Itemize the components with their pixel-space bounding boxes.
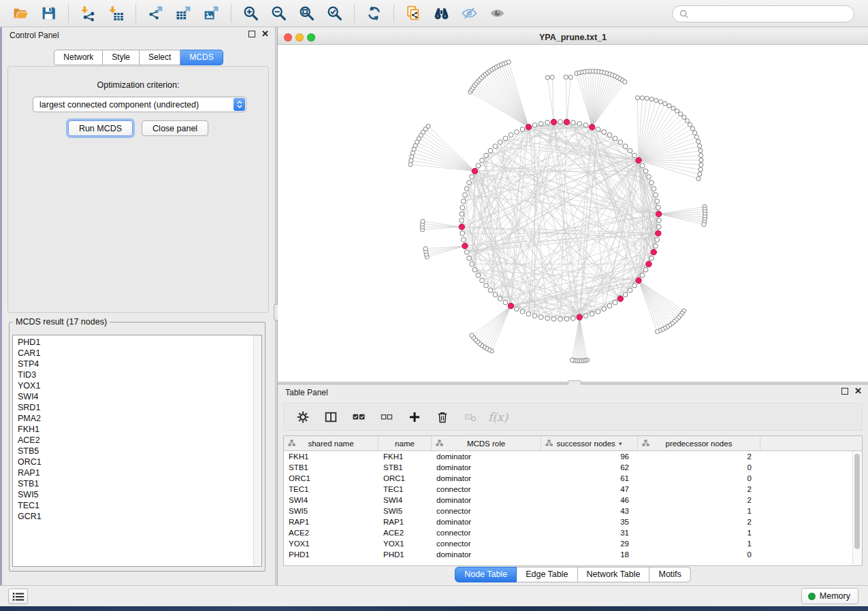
mcds-result-item[interactable]: YOX1 [18, 380, 261, 391]
import-network-button[interactable] [77, 3, 99, 24]
table-row[interactable]: YOX1YOX1connector291 [284, 538, 862, 549]
scrollbar-thumb[interactable] [854, 454, 860, 549]
export-network-button[interactable] [144, 3, 167, 24]
table-row[interactable]: FKH1FKH1dominator962 [284, 451, 862, 462]
mcds-result-item[interactable]: FKH1 [18, 424, 261, 435]
zoom-in-icon [242, 5, 259, 22]
table-row[interactable]: SWI5SWI5connector431 [284, 506, 862, 516]
cell-MCDS-role: dominator [432, 463, 541, 472]
table-row[interactable]: STB1STB1dominator620 [284, 462, 862, 473]
criterion-select[interactable]: largest connected component (undirected) [33, 97, 246, 112]
table-row[interactable]: ORC1ORC1dominator610 [284, 473, 862, 484]
column-header-shared-name[interactable]: shared name [284, 436, 379, 450]
memory-button[interactable]: Memory [801, 588, 858, 604]
table-panel: Table Panel ✕ f(x) shared namenameMCDS r… [278, 384, 868, 585]
tab-node-table[interactable]: Node Table [455, 567, 517, 582]
minimize-window-icon[interactable] [295, 33, 304, 42]
tab-network[interactable]: Network [54, 50, 103, 65]
table-row[interactable]: SWI4SWI4dominator462 [284, 495, 862, 506]
mcds-result-item[interactable]: TEC1 [18, 500, 261, 511]
mcds-result-item[interactable]: GCR1 [18, 511, 261, 522]
cell-predecessor-nodes: 2 [638, 518, 760, 526]
close-window-icon[interactable] [284, 33, 292, 42]
network-canvas[interactable] [278, 45, 868, 382]
search-input[interactable] [692, 7, 854, 21]
run-mcds-button[interactable]: Run MCDS [68, 120, 133, 136]
tab-mcds[interactable]: MCDS [180, 50, 223, 65]
mcds-result-item[interactable]: STP4 [18, 359, 261, 369]
export-table-button[interactable] [172, 3, 195, 24]
mcds-result-item[interactable]: TID3 [18, 369, 261, 380]
search-binoculars-icon [433, 5, 450, 22]
search-binoculars-button[interactable] [430, 3, 453, 24]
mcds-result-item[interactable]: ORC1 [18, 457, 261, 467]
close-panel-icon[interactable]: ✕ [261, 31, 269, 37]
add-row-button[interactable] [406, 408, 423, 425]
tab-select[interactable]: Select [140, 50, 180, 65]
mcds-result-item[interactable]: CAR1 [18, 348, 261, 359]
mcds-result-item[interactable]: SWI4 [18, 391, 261, 402]
cell-predecessor-nodes: 0 [638, 463, 760, 472]
mcds-result-item[interactable]: ACE2 [18, 435, 261, 446]
select-all-button[interactable] [350, 408, 367, 425]
table-row[interactable]: TEC1TEC1connector472 [284, 484, 862, 495]
cell-shared-name: SWI4 [284, 496, 379, 504]
tab-network-table[interactable]: Network Table [578, 567, 650, 582]
mcds-result-item[interactable]: STB1 [18, 478, 261, 489]
tab-style[interactable]: Style [103, 50, 140, 65]
mcds-result-item[interactable]: PMA2 [18, 413, 261, 424]
toolbar-separator [135, 4, 136, 22]
column-label: name [395, 440, 415, 448]
cell-shared-name: YOX1 [284, 540, 379, 548]
mcds-result-item[interactable]: RAP1 [18, 467, 261, 478]
table-row[interactable]: ACE2ACE2connector311 [284, 527, 862, 538]
mcds-result-item[interactable]: SRD1 [18, 402, 261, 413]
cell-name: ACE2 [379, 529, 432, 537]
mcds-result-item[interactable]: PHD1 [18, 337, 261, 348]
zoom-selected-button[interactable] [323, 3, 346, 24]
table-row[interactable]: RAP1RAP1dominator352 [284, 516, 862, 527]
hide-selected-button[interactable] [458, 3, 481, 24]
zoom-fit-button[interactable] [295, 3, 318, 24]
cell-predecessor-nodes: 0 [638, 550, 760, 559]
zoom-out-button[interactable] [268, 3, 290, 24]
clone-network-button[interactable] [402, 3, 425, 24]
column-header-successor-nodes[interactable]: successor nodes▾ [541, 436, 638, 450]
show-columns-icon [324, 410, 338, 424]
table-scrollbar[interactable] [852, 451, 862, 565]
cell-shared-name: ORC1 [284, 474, 379, 482]
column-header-name[interactable]: name [379, 436, 432, 450]
optimization-criterion-label: Optimization criterion: [8, 80, 268, 90]
mcds-list-scrollbar[interactable] [253, 335, 261, 566]
zoom-in-button[interactable] [240, 3, 262, 24]
task-history-button[interactable] [8, 589, 28, 604]
column-header-predecessor-nodes[interactable]: predecessor nodes [638, 436, 760, 450]
network-graph[interactable] [278, 45, 868, 382]
table-options-button[interactable] [294, 408, 311, 425]
deselect-all-button[interactable] [378, 408, 395, 425]
float-panel-icon[interactable] [841, 388, 848, 395]
close-panel-icon[interactable]: ✕ [854, 388, 862, 395]
show-columns-button[interactable] [322, 408, 339, 425]
cell-shared-name: ACE2 [284, 529, 379, 537]
tab-motifs[interactable]: Motifs [649, 567, 690, 582]
memory-label: Memory [820, 591, 850, 601]
maximize-window-icon[interactable] [307, 33, 315, 42]
float-panel-icon[interactable] [248, 31, 255, 37]
mcds-result-item[interactable]: STB5 [18, 446, 261, 457]
close-panel-button[interactable]: Close panel [142, 120, 208, 136]
mcds-result-item[interactable]: SWI5 [18, 489, 261, 500]
delete-row-icon [436, 410, 449, 424]
attribute-type-icon [288, 440, 295, 446]
cell-predecessor-nodes: 1 [638, 529, 760, 537]
save-session-button[interactable] [37, 3, 60, 24]
import-table-button[interactable] [105, 3, 127, 24]
export-image-button[interactable] [200, 3, 223, 24]
table-row[interactable]: PHD1PHD1dominator180 [284, 549, 862, 560]
apply-layout-button[interactable] [363, 3, 385, 24]
open-file-button[interactable] [10, 3, 32, 24]
column-header-MCDS-role[interactable]: MCDS role [432, 436, 541, 450]
show-all-button[interactable] [486, 3, 509, 24]
delete-row-button[interactable] [434, 408, 451, 425]
tab-edge-table[interactable]: Edge Table [517, 567, 577, 582]
